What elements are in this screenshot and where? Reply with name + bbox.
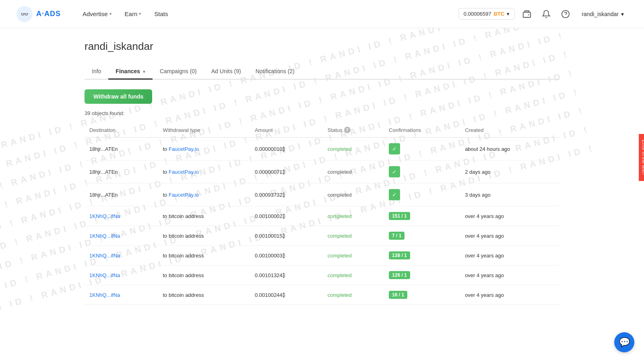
table-row: 1KNhQ...ifNato bitcoin address0.00100015… [85, 226, 559, 246]
cell-destination[interactable]: 1KNhQ...ifNa [85, 246, 158, 265]
faucetpay-link[interactable]: FaucetPay.io [169, 146, 199, 152]
cell-created: 3 days ago [460, 183, 559, 206]
nav: Advertise ▾ Earn ▾ Stats [77, 7, 458, 21]
cell-confirmations: ✓ [384, 138, 460, 160]
wallet-icon-button[interactable] [520, 7, 534, 21]
cell-destination[interactable]: 1KNhQ...ifNa [85, 285, 158, 305]
cell-created: 2 days ago [460, 160, 559, 183]
status-badge: completed [328, 292, 352, 298]
cell-status: completed [323, 226, 384, 246]
nav-stats[interactable]: Stats [149, 7, 173, 21]
cell-withdrawal-type: to bitcoin address [158, 246, 250, 265]
confirmation-badge: 138 / 1 [389, 251, 410, 259]
status-badge: completed [328, 146, 352, 152]
confirmation-check-icon: ✓ [389, 189, 400, 200]
cell-destination: 18hjr...ATEn [85, 138, 158, 160]
table-row: 1KNhQ...ifNato bitcoin address0.00100003… [85, 246, 559, 265]
cell-withdrawal-type: to bitcoin address [158, 206, 250, 226]
cell-confirmations: 151 / 1 [384, 206, 460, 226]
cell-confirmations: ✓ [384, 160, 460, 183]
destination-link[interactable]: 1KNhQ...ifNa [89, 272, 120, 278]
balance-amount: 0.00006597 [464, 11, 491, 17]
earn-chevron-icon: ▾ [139, 11, 141, 16]
header: 👓 A·ADS Advertise ▾ Earn ▾ Stats 0.00006… [0, 0, 644, 28]
tab-finances[interactable]: Finances ▾ [108, 64, 153, 80]
user-chevron-icon: ▾ [621, 11, 624, 17]
cell-created: over 4 years ago [460, 246, 559, 265]
user-menu-button[interactable]: randi_iskandar ▾ [578, 8, 628, 20]
svg-rect-2 [523, 12, 530, 17]
error-sidebar-tab[interactable]: Error in the text? [639, 134, 644, 181]
cell-status: completed [323, 206, 384, 226]
nav-earn[interactable]: Earn ▾ [119, 7, 147, 21]
cell-amount: 0.00100003₿ [250, 246, 323, 265]
cell-created: over 4 years ago [460, 226, 559, 246]
cell-amount: 0.00000071₿ [250, 160, 323, 183]
logo-text: A·ADS [36, 10, 61, 18]
balance-currency: BTC [493, 11, 504, 17]
cell-withdrawal-type: to FaucetPay.io [158, 160, 250, 183]
cell-confirmations: 126 / 1 [384, 265, 460, 285]
cell-amount: 0.00101324₿ [250, 265, 323, 285]
status-help-icon[interactable]: ? [344, 127, 351, 133]
destination-link[interactable]: 1KNhQ...ifNa [89, 253, 120, 259]
help-icon [561, 10, 570, 19]
confirmation-check-icon: ✓ [389, 166, 400, 177]
confirmation-badge: 16 / 1 [389, 291, 407, 299]
cell-destination[interactable]: 1KNhQ...ifNa [85, 226, 158, 246]
notifications-icon-button[interactable] [539, 7, 553, 21]
cell-withdrawal-type: to FaucetPay.io [158, 183, 250, 206]
cell-amount: 0.00000010₿ [250, 138, 323, 160]
table-row: 1KNhQ...ifNato bitcoin address0.00101324… [85, 265, 559, 285]
main-content: randi_iskandar Info Finances ▾ Campaigns… [68, 28, 576, 317]
header-right: 0.00006597 BTC ▾ randi_iskandar ▾ [458, 7, 628, 21]
tab-campaigns[interactable]: Campaigns (0) [153, 64, 204, 80]
cell-created: about 24 hours ago [460, 138, 559, 160]
destination-link[interactable]: 1KNhQ...ifNa [89, 213, 120, 219]
cell-created: over 4 years ago [460, 265, 559, 285]
cell-destination[interactable]: 1KNhQ...ifNa [85, 265, 158, 285]
cell-withdrawal-type: to bitcoin address [158, 265, 250, 285]
records-count: 39 objects found: [85, 110, 559, 116]
tab-notifications[interactable]: Notifications (2) [248, 64, 302, 80]
cell-created: over 4 years ago [460, 285, 559, 305]
withdrawals-table-wrap: Destination Withdrawal type Amount Statu… [85, 123, 559, 305]
cell-withdrawal-type: to FaucetPay.io [158, 138, 250, 160]
balance-button[interactable]: 0.00006597 BTC ▾ [458, 8, 515, 20]
tabs: Info Finances ▾ Campaigns (0) Ad Units (… [85, 64, 559, 80]
svg-point-3 [528, 14, 529, 15]
status-badge: completed [328, 253, 352, 259]
confirmation-badge: 126 / 1 [389, 271, 410, 279]
nav-advertise[interactable]: Advertise ▾ [77, 7, 118, 21]
cell-withdrawal-type: to bitcoin address [158, 226, 250, 246]
cell-withdrawal-type: to bitcoin address [158, 285, 250, 305]
confirmation-badge: 151 / 1 [389, 212, 410, 220]
cell-amount: 0.00100002₿ [250, 206, 323, 226]
tab-ad-units[interactable]: Ad Units (9) [204, 64, 248, 80]
help-icon-button[interactable] [558, 7, 573, 21]
logo[interactable]: 👓 A·ADS [16, 6, 61, 23]
withdrawals-table: Destination Withdrawal type Amount Statu… [85, 123, 559, 305]
finances-chevron-icon: ▾ [143, 69, 145, 74]
col-withdrawal-type: Withdrawal type [158, 123, 250, 138]
table-row: 18hjr...ATEnto FaucetPay.io0.00093732₿co… [85, 183, 559, 206]
destination-link[interactable]: 1KNhQ...ifNa [89, 292, 120, 298]
faucetpay-link[interactable]: FaucetPay.io [169, 169, 199, 175]
cell-destination: 18hjr...ATEn [85, 183, 158, 206]
cell-amount: 0.00100244₿ [250, 285, 323, 305]
tab-info[interactable]: Info [85, 64, 108, 80]
cell-status: completed [323, 160, 384, 183]
destination-link[interactable]: 1KNhQ...ifNa [89, 233, 120, 239]
cell-destination: 18hjr...ATEn [85, 160, 158, 183]
table-row: 18hjr...ATEnto FaucetPay.io0.00000010₿co… [85, 138, 559, 160]
withdraw-all-funds-button[interactable]: Withdraw all funds [85, 89, 152, 104]
faucetpay-link[interactable]: FaucetPay.io [169, 192, 199, 198]
svg-text:👓: 👓 [21, 10, 29, 18]
cell-status: completed [323, 246, 384, 265]
cell-destination[interactable]: 1KNhQ...ifNa [85, 206, 158, 226]
cell-amount: 0.00100015₿ [250, 226, 323, 246]
status-badge: completed [328, 213, 352, 219]
bell-icon [542, 10, 551, 19]
cell-created: over 4 years ago [460, 206, 559, 226]
logo-icon: 👓 [16, 6, 33, 23]
